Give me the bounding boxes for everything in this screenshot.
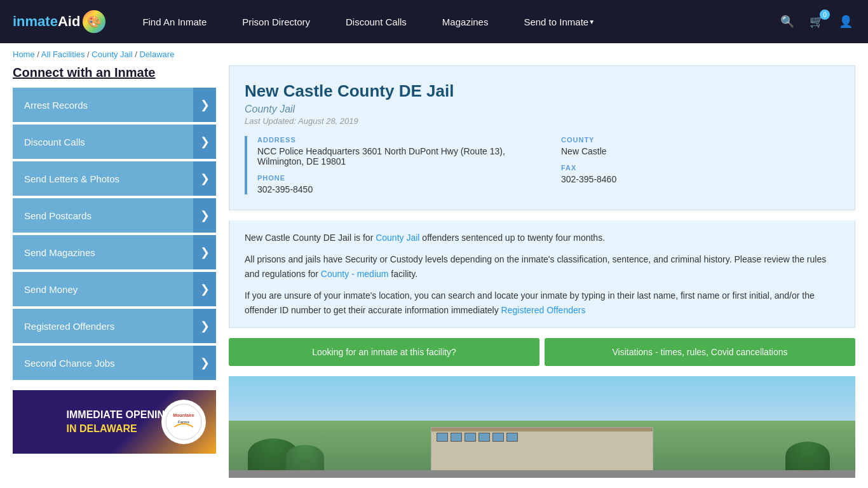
breadcrumb-county-jail[interactable]: County Jail (92, 50, 132, 59)
svg-text:Mountaire: Mountaire (173, 413, 194, 417)
sidebar-item-send-money[interactable]: Send Money ❯ (13, 272, 216, 306)
facility-image (229, 376, 855, 478)
sidebar: Connect with an Inmate Arrest Records ❯ … (13, 65, 216, 478)
user-icon: 👤 (839, 15, 853, 28)
breadcrumb-delaware[interactable]: Delaware (139, 50, 174, 59)
arrow-icon: ❯ (193, 198, 216, 233)
registered-offenders-link[interactable]: Registered Offenders (501, 305, 586, 315)
breadcrumb-home[interactable]: Home (13, 50, 35, 59)
breadcrumb: Home / All Facilities / County Jail / De… (0, 43, 868, 65)
sidebar-item-label: Discount Calls (24, 137, 85, 147)
nav-discount-calls[interactable]: Discount Calls (328, 0, 424, 43)
facility-info: ADDRESS NCC Police Headquarters 3601 Nor… (245, 136, 839, 194)
sidebar-item-label: Send Postcards (24, 210, 92, 221)
sidebar-item-discount-calls[interactable]: Discount Calls ❯ (13, 125, 216, 159)
cart-badge: 0 (820, 10, 830, 20)
facility-card: New Castle County DE Jail County Jail La… (229, 65, 855, 210)
description-para-1: New Castle County DE Jail is for County … (245, 231, 839, 245)
sidebar-item-label: Arrest Records (24, 100, 88, 111)
county-label: COUNTY (561, 136, 839, 144)
nav-find-inmate[interactable]: Find An Inmate (125, 0, 224, 43)
sidebar-title: Connect with an Inmate (13, 65, 216, 80)
description-section: New Castle County DE Jail is for County … (229, 220, 855, 328)
find-inmate-button[interactable]: Looking for an inmate at this facility? (229, 338, 539, 366)
user-button[interactable]: 👤 (836, 12, 855, 31)
sidebar-item-arrest-records[interactable]: Arrest Records ❯ (13, 88, 216, 122)
phone-value: 302-395-8450 (257, 184, 536, 194)
sidebar-ad[interactable]: IMMEDIATE OPENING IN DELAWARE Mountaire … (13, 390, 216, 454)
logo-icon: 🎨 (83, 10, 105, 33)
sidebar-item-label: Second Chance Jobs (24, 358, 115, 369)
description-para-3: If you are unsure of your inmate's locat… (245, 288, 839, 317)
facility-updated: Last Updated: August 28, 2019 (245, 116, 839, 126)
sidebar-ad-text: IMMEDIATE OPENING IN DELAWARE (57, 408, 173, 437)
sidebar-ad-logo-circle: Mountaire Farms (161, 400, 206, 444)
sidebar-item-send-postcards[interactable]: Send Postcards ❯ (13, 198, 216, 233)
action-buttons: Looking for an inmate at this facility? … (229, 338, 855, 366)
arrow-icon: ❯ (193, 235, 216, 269)
nav-magazines[interactable]: Magazines (424, 0, 506, 43)
address-value: NCC Police Headquarters 3601 North DuPon… (257, 146, 536, 166)
arrow-icon: ❯ (193, 346, 216, 380)
arrow-icon: ❯ (193, 88, 216, 122)
nav-send-to-inmate[interactable]: Send to Inmate (506, 0, 613, 43)
nav-links: Find An Inmate Prison Directory Discount… (125, 0, 778, 43)
sidebar-item-send-letters[interactable]: Send Letters & Photos ❯ (13, 161, 216, 196)
sidebar-item-registered-offenders[interactable]: Registered Offenders ❯ (13, 309, 216, 343)
info-col-right: COUNTY New Castle FAX 302-395-8460 (561, 136, 839, 194)
arrow-icon: ❯ (193, 272, 216, 306)
navbar: inmateAid 🎨 Find An Inmate Prison Direct… (0, 0, 868, 43)
sidebar-ad-line2: IN DELAWARE (67, 422, 173, 436)
info-col-left: ADDRESS NCC Police Headquarters 3601 Nor… (257, 136, 536, 194)
county-jail-link[interactable]: County Jail (376, 233, 419, 243)
visitations-button[interactable]: Visitations - times, rules, Covid cancel… (545, 338, 855, 366)
sidebar-item-label: Send Magazines (24, 247, 95, 258)
logo[interactable]: inmateAid 🎨 (13, 10, 105, 33)
facility-name: New Castle County DE Jail (245, 81, 839, 101)
sidebar-ad-logo: Mountaire Farms (161, 400, 206, 444)
sidebar-item-label: Send Money (24, 284, 78, 295)
phone-label: PHONE (257, 174, 536, 182)
logo-text: inmateAid (13, 13, 80, 30)
sidebar-item-second-chance-jobs[interactable]: Second Chance Jobs ❯ (13, 346, 216, 380)
content-area: New Castle County DE Jail County Jail La… (229, 65, 855, 478)
search-button[interactable]: 🔍 (778, 12, 797, 31)
description-para-2: All prisons and jails have Security or C… (245, 252, 839, 281)
arrow-icon: ❯ (193, 125, 216, 159)
facility-type: County Jail (245, 104, 839, 115)
fax-value: 302-395-8460 (561, 174, 839, 184)
search-icon: 🔍 (780, 15, 794, 28)
main-container: Connect with an Inmate Arrest Records ❯ … (0, 65, 868, 488)
sidebar-item-label: Send Letters & Photos (24, 173, 119, 184)
arrow-icon: ❯ (193, 309, 216, 343)
sidebar-item-send-magazines[interactable]: Send Magazines ❯ (13, 235, 216, 269)
nav-icons: 🔍 🛒 0 👤 (778, 12, 855, 31)
nav-prison-directory[interactable]: Prison Directory (224, 0, 328, 43)
cart-button[interactable]: 🛒 0 (807, 12, 826, 31)
address-label: ADDRESS (257, 136, 536, 144)
arrow-icon: ❯ (193, 161, 216, 196)
sidebar-ad-line1: IMMEDIATE OPENING (67, 408, 173, 422)
fax-label: FAX (561, 164, 839, 172)
county-medium-link[interactable]: County - medium (321, 269, 389, 279)
sidebar-item-label: Registered Offenders (24, 321, 114, 332)
county-value: New Castle (561, 146, 839, 156)
breadcrumb-all-facilities[interactable]: All Facilities (41, 50, 85, 59)
